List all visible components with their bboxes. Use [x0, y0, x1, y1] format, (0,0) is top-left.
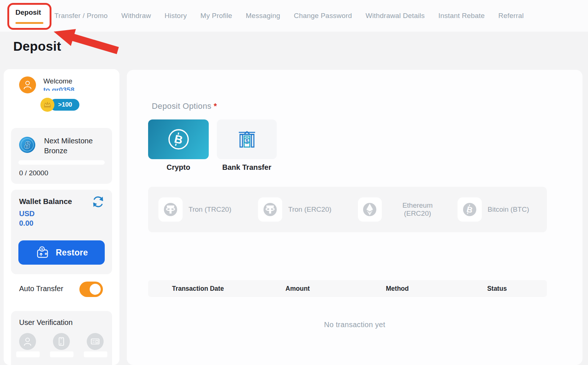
crypto-method-label: Crypto [148, 163, 209, 172]
milestone-card: 8 Next Milestone Bronze 0 / 20000 [11, 128, 112, 184]
restore-button[interactable]: $ Restore [18, 240, 105, 265]
currency-label: Tron (ERC20) [288, 205, 331, 214]
tether-icon [158, 197, 183, 222]
red-annotation-box: Deposit [7, 3, 51, 30]
currency-ethereum-erc20[interactable]: Ethereum (ERC20) [348, 197, 447, 222]
page-title: Deposit [13, 39, 61, 54]
phone-icon [56, 336, 67, 347]
nav-tab-transfer-promo[interactable]: Transfer / Promo [54, 12, 108, 20]
milestone-tier: Bronze [44, 146, 93, 156]
col-status: Status [447, 285, 547, 293]
transactions-table-header: Transaction Date Amount Method Status [148, 280, 547, 297]
col-transaction-date: Transaction Date [148, 285, 248, 293]
bank-method-label: Bank Transfer [217, 163, 277, 172]
welcome-username: to gr0358 [43, 86, 74, 91]
currency-tron-trc20[interactable]: Tron (TRC20) [148, 197, 248, 222]
svg-text:$: $ [245, 138, 248, 144]
welcome-username-clipped: to gr0358 [43, 86, 98, 91]
active-tab-underline [15, 22, 43, 24]
toggle-knob [89, 283, 102, 296]
id-card-icon [90, 336, 101, 347]
refresh-icon [91, 195, 105, 209]
app-root: Deposit Transfer / Promo Withdraw Histor… [0, 0, 588, 365]
user-verification-title: User Verification [19, 318, 73, 327]
coin-icon: 8 [18, 136, 36, 155]
deposit-method-crypto-tile[interactable]: B [148, 119, 209, 159]
deposit-options-heading: Deposit Options* [152, 101, 217, 111]
refresh-balance-button[interactable] [91, 195, 105, 210]
deposit-main-panel: Deposit Options* B $ [127, 70, 582, 365]
verification-phone-button[interactable] [53, 333, 70, 350]
user-verification-card: User Verification [11, 311, 112, 365]
currency-label: Tron (TRC20) [189, 205, 231, 214]
milestone-heading: Next Milestone Bronze [44, 136, 93, 156]
nav-tab-instant-rebate[interactable]: Instant Rebate [438, 12, 485, 20]
milestone-title: Next Milestone [44, 136, 93, 146]
nav-tab-history[interactable]: History [165, 12, 187, 20]
vip-badge: >100 [40, 98, 79, 112]
crown-icon [40, 98, 54, 112]
auto-transfer-label: Auto Transfer [19, 285, 63, 293]
bank-transfer-icon: $ [236, 128, 258, 151]
bitcoin-icon: B [458, 197, 482, 222]
tether-icon [258, 197, 282, 222]
verification-status-bar [50, 351, 74, 357]
ethereum-icon [358, 197, 382, 222]
crypto-currency-list: Tron (TRC20) Tron (ERC20) [148, 187, 547, 232]
col-method: Method [348, 285, 447, 293]
wallet-balance-card: Wallet Balance USD 0.00 $ [11, 190, 112, 274]
nav-items: Transfer / Promo Withdraw History My Pro… [54, 12, 524, 20]
top-navigation: Deposit Transfer / Promo Withdraw Histor… [0, 0, 588, 32]
svg-text:8: 8 [24, 140, 30, 151]
user-avatar [19, 76, 36, 93]
milestone-progress-text: 0 / 20000 [19, 169, 48, 177]
verification-id-document-button[interactable] [87, 333, 104, 350]
required-asterisk: * [214, 101, 217, 111]
welcome-text: Welcome [43, 77, 72, 85]
svg-text:$: $ [41, 247, 43, 251]
deposit-options-label: Deposit Options [152, 101, 212, 111]
deposit-method-bank-tile[interactable]: $ [217, 119, 277, 159]
nav-tab-withdraw[interactable]: Withdraw [121, 12, 151, 20]
nav-tab-change-password[interactable]: Change Password [294, 12, 352, 20]
bitcoin-icon: B [166, 127, 191, 151]
restore-button-label: Restore [56, 248, 88, 258]
nav-tab-withdrawal-details[interactable]: Withdrawal Details [366, 12, 425, 20]
auto-transfer-row: Auto Transfer [19, 282, 111, 297]
empty-transactions-message: No transaction yet [127, 321, 582, 329]
currency-bitcoin-btc[interactable]: B Bitcoin (BTC) [447, 197, 547, 222]
nav-tab-deposit[interactable]: Deposit [15, 8, 43, 24]
wallet-icon: $ [35, 245, 51, 260]
nav-tab-messaging[interactable]: Messaging [246, 12, 280, 20]
sidebar: Welcome to gr0358 >100 [4, 69, 119, 365]
wallet-amount: 0.00 [19, 219, 33, 228]
person-icon [22, 336, 33, 347]
wallet-currency: USD [19, 210, 35, 218]
nav-tab-referral[interactable]: Referral [498, 12, 524, 20]
col-amount: Amount [248, 285, 347, 293]
auto-transfer-toggle[interactable] [79, 282, 103, 297]
person-icon [22, 79, 33, 90]
verification-status-bar [16, 351, 40, 357]
verification-identity-button[interactable] [19, 333, 36, 350]
currency-label: Ethereum (ERC20) [388, 201, 447, 218]
verification-status-bar [84, 351, 107, 357]
wallet-balance-title: Wallet Balance [19, 197, 72, 206]
nav-tab-my-profile[interactable]: My Profile [200, 12, 232, 20]
nav-tab-deposit-label: Deposit [15, 8, 41, 16]
currency-label: Bitcoin (BTC) [488, 205, 529, 214]
currency-tron-erc20[interactable]: Tron (ERC20) [248, 197, 347, 222]
milestone-progress-bar [18, 160, 105, 165]
